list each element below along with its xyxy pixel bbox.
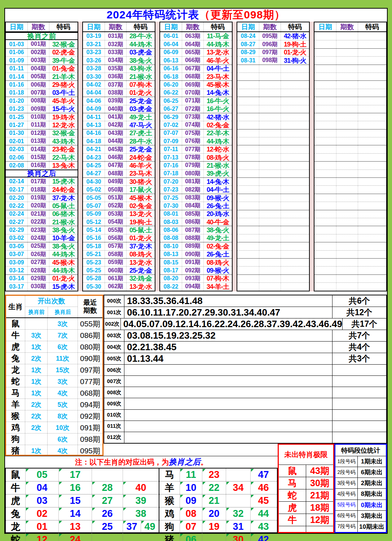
cell-date [237,73,259,80]
frequency-total: 共3个 [332,353,386,364]
table-row [237,113,309,121]
cell-period: 061期 [105,275,126,282]
zodiac-mapping-table-left: 鼠0517牛04162840虎03152739兔02142638龙0113253… [5,468,159,533]
cell-date [314,40,336,48]
mapping-zodiac: 虎 [6,494,25,507]
cell-special-code [358,145,386,153]
mapping-number: 32 [226,507,250,520]
group-header-row: 日期期数特码 [314,22,386,32]
mapping-number: 38 [123,507,159,520]
table-row: 08-15091期08-鸡-火 [160,258,232,266]
zstats-zodiac: 猪 [6,445,25,456]
cell-special-code [281,178,309,185]
table-row [314,170,386,177]
cell-period: 033期 [105,49,126,56]
cell-date: 01-23 [6,105,27,113]
cell-period: 013期 [27,137,49,145]
cell-special-code: 44-鸡-木 [126,40,155,48]
cell-date: 02-17 [6,186,27,193]
table-row: 01-03001期32-猴-金 [6,40,78,48]
cell-date: 06-16 [160,65,182,72]
cell-special-code [281,218,309,226]
cell-date: 08-06 [160,226,182,234]
frequency-numbers: 06.10.11.17.20.27.29.30.31.34.40.47 [124,307,332,318]
overdue-zodiac-table: 未出特肖极限鼠43期马30期蛇21期虎18期牛12期 [278,444,334,533]
cell-date: 05-05 [83,194,105,202]
zstats-header-subrow: 换肖前换肖后 [25,307,78,317]
cell-period: 080期 [182,170,203,177]
zstats-before-count: 1次 [25,387,47,399]
segment-value: 2期未出 [358,478,386,488]
mapping-row: 牛04162840 [6,481,159,494]
cell-period: 074期 [182,121,203,129]
cell-special-code: 27-虎-土 [126,129,155,137]
cell-date [314,81,336,88]
mapping-number: 26 [92,507,123,520]
cell-date: 02-29 [6,226,27,234]
cell-date: 02-22 [6,202,27,210]
cell-period [336,154,358,161]
cell-date [237,267,259,274]
cell-special-code [358,113,386,121]
table-row: 03-23033期03-虎-金 [83,48,155,56]
cell-period: 006期 [27,81,49,88]
table-row: 02-22020期05-鼠-土 [6,202,78,210]
cell-period [336,137,358,145]
zstats-before-count: 2次 [25,399,47,410]
cell-period [259,267,281,274]
cell-date [314,202,336,210]
mapping-row: 鼠0517 [6,469,159,481]
table-row: 01-14005期21-羊-木 [6,72,78,80]
cell-special-code [281,129,309,137]
cell-period [259,81,281,88]
cell-special-code [358,129,386,137]
cell-period: 043期 [105,129,126,137]
table-row [314,202,386,210]
table-row: 03-07026期44-鸡-木 [6,250,78,258]
cell-special-code [281,154,309,161]
cell-date [314,259,336,266]
mapping-number: 09 [180,494,202,507]
table-row: 06-04064期44-鸡-木 [160,40,232,48]
cell-date: 07-07 [160,129,182,137]
table-row: 02-29023期38-兔-火 [6,226,78,234]
table-row: 04-09040期03-虎-金 [83,105,155,113]
mapping-number: 01 [25,520,58,533]
zstats-zodiac: 鼠 [6,318,25,329]
mapping-row: 猪063042 [159,533,277,541]
table-row: 02-20019期37-龙-木 [6,194,78,202]
frequency-numbers: 02.21.38.45 [124,342,332,353]
table-row: 07-18080期39-虎-火 [160,170,232,177]
cell-special-code: 49-龙-土 [203,234,232,242]
frequency-label: 003次 [104,330,124,341]
cell-period [336,251,358,258]
table-row [314,218,386,226]
table-row [237,177,309,185]
table-row [237,282,309,290]
cell-special-code: 12-龙-水 [49,121,78,129]
table-row [237,137,309,145]
table-row [237,105,309,113]
table-row: 07-16079期21-猴-水 [160,161,232,169]
cell-special-code: 02-兔-金 [203,121,232,129]
table-row [237,266,309,274]
table-row: 08-13090期26-兔-土 [160,250,232,258]
mapping-zodiac: 蛇 [6,533,25,541]
table-row [314,56,386,64]
cell-special-code: 01-龙-火 [281,49,309,56]
cell-date [237,283,259,290]
cell-period: 022期 [27,218,49,226]
cell-date [237,113,259,121]
table-row: 02-14017期15-虎-木 [6,177,78,185]
cell-special-code [358,57,386,64]
table-row: 05-07052期02-兔-金 [83,202,155,210]
table-row: 07-23082期04-牛-土 [160,185,232,193]
frequency-numbers [124,398,332,409]
title-main: 2024年特码统计表 [107,9,199,21]
cell-period: 066期 [182,57,203,64]
frequency-total [332,365,386,375]
cell-special-code: 46-羊-火 [126,162,155,169]
zstats-before-count: 1次 [25,445,47,456]
overdue-zodiac: 牛 [279,514,306,526]
mapping-zodiac: 羊 [159,481,180,494]
